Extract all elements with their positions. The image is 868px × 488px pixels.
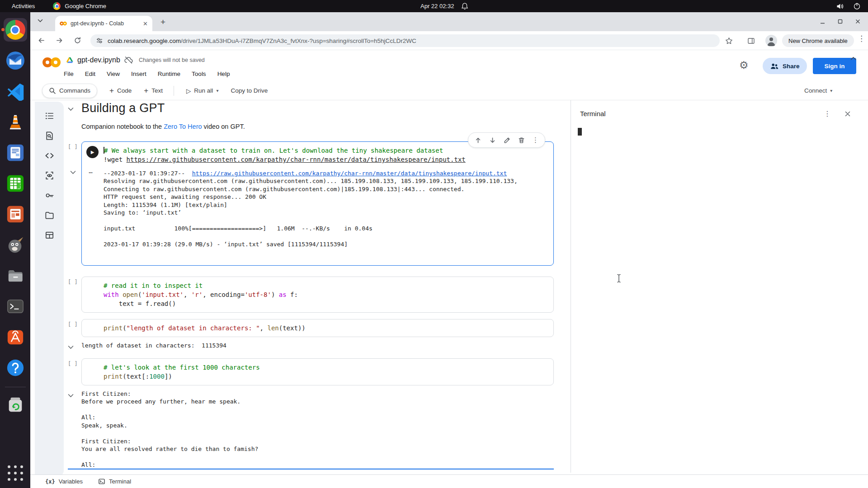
tab-close-icon[interactable]: ✕ <box>143 21 148 27</box>
cell-delete-icon[interactable] <box>518 136 525 144</box>
address-bar[interactable]: colab.research.google.com/drive/1JMLa53H… <box>90 34 720 47</box>
collapse-section-icon[interactable] <box>68 103 74 111</box>
focused-app-indicator[interactable]: Google Chrome <box>53 2 106 10</box>
reload-button[interactable] <box>74 37 81 44</box>
copy-to-drive-button[interactable]: Copy to Drive <box>231 87 268 94</box>
chrome-update-button[interactable]: New Chrome available <box>782 34 854 47</box>
menu-help[interactable]: Help <box>217 70 230 77</box>
dock-item-trash[interactable] <box>4 393 27 416</box>
terminal-menu-kebab-icon[interactable]: ⋮ <box>824 109 831 118</box>
maximize-button[interactable] <box>837 19 843 24</box>
code-editor[interactable]: # We always start with a dataset to trai… <box>82 146 553 164</box>
collapse-output-icon[interactable] <box>68 344 74 349</box>
menu-insert[interactable]: Insert <box>131 70 146 77</box>
new-tab-button[interactable]: + <box>160 18 165 26</box>
zero-to-hero-link[interactable]: Zero To Hero <box>164 123 202 130</box>
menu-runtime[interactable]: Runtime <box>158 70 180 77</box>
browser-menu-kebab-icon[interactable]: ⋮ <box>858 34 865 43</box>
bottom-bar-terminal-button[interactable]: Terminal <box>98 478 131 485</box>
browser-tab[interactable]: gpt-dev.ipynb - Colab ✕ <box>55 16 152 31</box>
activities-button[interactable]: Activities <box>12 3 35 9</box>
code-token: HTTP request sent, awaiting response... … <box>104 193 266 200</box>
minimize-button[interactable] <box>820 19 826 24</box>
menu-file[interactable]: File <box>64 70 74 77</box>
cell-more-kebab-icon[interactable]: ⋮ <box>532 136 539 144</box>
cell-edit-icon[interactable] <box>503 136 511 144</box>
browser-toolbar: colab.research.google.com/drive/1JMLa53H… <box>30 31 868 50</box>
dock-item-vscode[interactable] <box>4 80 27 103</box>
clock-menu[interactable]: Apr 22 02:32 <box>420 2 468 10</box>
run-all-button[interactable]: ▷Run all▾ <box>186 87 218 94</box>
dock-item-libreoffice-writer[interactable] <box>4 141 27 164</box>
settings-gear-icon[interactable]: ⚙ <box>739 60 749 70</box>
terminal-close-icon[interactable] <box>844 111 851 117</box>
dock-item-help[interactable] <box>4 356 27 380</box>
dock-item-libreoffice-impress[interactable] <box>4 202 27 226</box>
code-token: --2023-01-17 01:39:27-- <box>104 170 192 177</box>
code-cell-box[interactable]: # let's look at the first 1000 character… <box>81 358 554 385</box>
cell-move-up-icon[interactable] <box>474 136 482 144</box>
notebook-title[interactable]: gpt-dev.ipynb <box>77 56 120 64</box>
focused-app-name: Google Chrome <box>65 3 106 9</box>
bottom-bar-label: Terminal <box>109 478 131 485</box>
code-editor[interactable]: # read it in to inspect itwith open('inp… <box>82 281 553 308</box>
add-text-button[interactable]: +Text <box>144 86 163 95</box>
dock-item-gimp[interactable] <box>4 233 27 257</box>
dock-item-vlc[interactable] <box>4 110 27 134</box>
forward-button[interactable] <box>56 37 63 44</box>
code-editor[interactable]: print("length of dataset in characters: … <box>82 324 553 333</box>
bookmark-star-icon[interactable] <box>725 37 733 45</box>
share-button[interactable]: Share <box>763 58 807 74</box>
output-options-icon[interactable]: ⋯ <box>89 169 93 177</box>
show-applications-icon[interactable] <box>8 465 23 481</box>
tune-icon[interactable] <box>96 37 103 44</box>
sign-in-button[interactable]: Sign in <box>813 58 856 74</box>
dock-item-app-center[interactable] <box>4 325 27 349</box>
bottom-bar-variables-button[interactable]: {x}Variables <box>45 478 83 485</box>
commands-button[interactable]: Commands <box>42 84 97 98</box>
profile-avatar[interactable] <box>765 35 777 47</box>
sidebar-table-icon[interactable] <box>39 225 59 245</box>
tab-strip: gpt-dev.ipynb - Colab ✕ + <box>30 12 868 31</box>
code-token: ) <box>271 291 279 298</box>
sidebar-secrets-icon[interactable] <box>39 185 59 205</box>
run-cell-button[interactable]: ▶ <box>86 146 99 158</box>
code-cell-box[interactable]: ▶⋮# We always start with a dataset to tr… <box>81 141 554 266</box>
sidebar-focused-view-icon[interactable] <box>39 165 59 185</box>
add-code-button[interactable]: +Code <box>109 86 132 95</box>
people-icon <box>770 62 779 70</box>
collapse-output-icon[interactable] <box>70 170 76 174</box>
tab-search-icon[interactable] <box>38 19 43 23</box>
sidebar-find-replace-icon[interactable] <box>39 126 59 145</box>
menu-tools[interactable]: Tools <box>192 70 206 77</box>
close-window-button[interactable] <box>855 19 861 24</box>
code-cell-box[interactable]: # read it in to inspect itwith open('inp… <box>81 277 554 313</box>
dock-item-chrome[interactable] <box>4 18 27 42</box>
play-icon: ▶ <box>91 150 94 155</box>
back-button[interactable] <box>38 37 45 44</box>
sidebar-code-snippets-icon[interactable] <box>39 145 59 165</box>
dock-item-files[interactable] <box>4 264 27 287</box>
code-token: First Citizen: <box>81 438 131 445</box>
cell-move-down-icon[interactable] <box>489 136 496 144</box>
output-link[interactable]: https://raw.githubusercontent.com/karpat… <box>192 170 507 177</box>
menu-edit[interactable]: Edit <box>85 70 95 77</box>
dock-item-thunderbird[interactable] <box>4 49 27 72</box>
sidebar-files-icon[interactable] <box>39 205 59 225</box>
code-cell-box[interactable]: print("length of dataset in characters: … <box>81 319 554 337</box>
side-panel-icon[interactable] <box>747 37 755 45</box>
code-editor[interactable]: # let's look at the first 1000 character… <box>82 363 553 381</box>
connect-button[interactable]: Connect▾ <box>804 87 832 94</box>
collapse-output-icon[interactable] <box>68 392 74 398</box>
menu-view[interactable]: View <box>107 70 120 77</box>
colab-logo[interactable] <box>42 56 61 69</box>
sidebar-table-of-contents-icon[interactable] <box>39 106 59 126</box>
output-line <box>81 453 554 460</box>
output-line: You are all resolved rather to die than … <box>81 445 554 453</box>
dock-item-libreoffice-calc[interactable] <box>4 172 27 195</box>
terminal-panel[interactable]: Terminal ⋮ <box>571 100 868 473</box>
libreoffice-calc-icon <box>6 174 25 193</box>
dock-item-terminal[interactable] <box>4 295 27 318</box>
collapse-header-icon[interactable] <box>850 56 856 61</box>
system-status-menu[interactable] <box>836 2 861 10</box>
